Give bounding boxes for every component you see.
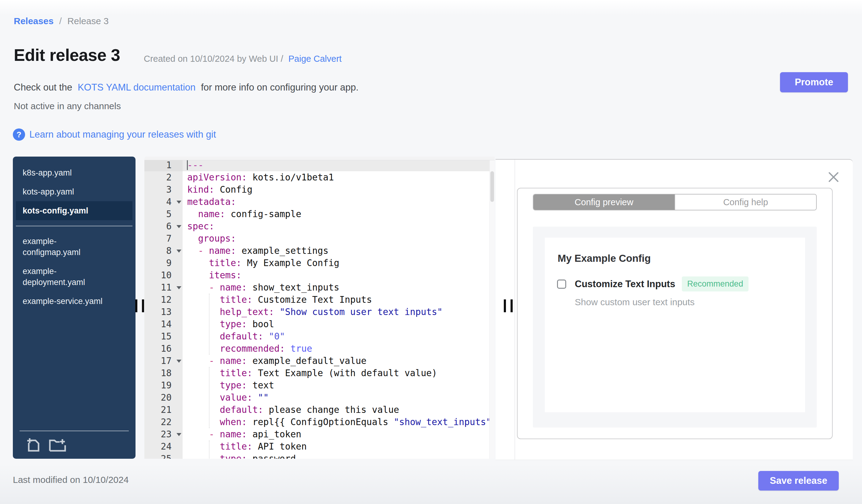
breadcrumb-current: Release 3: [67, 16, 108, 26]
editor-line[interactable]: type: password: [183, 453, 489, 459]
created-text: Created on 10/10/2024 by Web UI /: [144, 54, 283, 64]
code-token-plain: repl{{ ConfigOptionEquals: [247, 417, 394, 427]
code-token-plain: [187, 282, 209, 293]
editor-line[interactable]: title: Text Example (with default value): [183, 367, 489, 379]
editor-line[interactable]: spec:: [183, 220, 489, 233]
sidebar-file-k8s-app.yaml[interactable]: k8s-app.yaml: [16, 163, 132, 182]
line-number: 5: [144, 208, 183, 220]
editor-line[interactable]: metadata:: [183, 196, 489, 208]
editor-line[interactable]: when: repl{{ ConfigOptionEquals "show_te…: [183, 416, 489, 428]
editor-line[interactable]: value: "": [183, 392, 489, 404]
editor-line[interactable]: apiVersion: kots.io/v1beta1: [183, 171, 489, 184]
editor-vertical-scrollbar[interactable]: [489, 157, 495, 459]
code-token-plain: [252, 393, 258, 403]
editor-line[interactable]: kind: Config: [183, 184, 489, 196]
code-token-plain: example_default_value: [247, 356, 366, 366]
sidebar-resize-handle[interactable]: [135, 300, 145, 313]
config-item-help-text: Show custom user text inputs: [575, 297, 805, 307]
config-group-title: My Example Config: [545, 238, 805, 264]
git-help-row: ? Learn about managing your releases wit…: [13, 129, 216, 141]
tab-config-help[interactable]: Config help: [675, 195, 816, 210]
code-token-key: default:: [220, 404, 263, 415]
author-link[interactable]: Paige Calvert: [288, 54, 342, 64]
code-rows: ---apiVersion: kots.io/v1beta1kind: Conf…: [183, 159, 489, 459]
fold-arrow-icon[interactable]: [177, 433, 181, 436]
git-releases-link[interactable]: Learn about managing your releases with …: [29, 129, 216, 140]
editor-top-scrollbar[interactable]: [144, 157, 495, 160]
recommended-badge: Recommended: [682, 277, 748, 291]
scrollbar-thumb[interactable]: [490, 171, 494, 202]
code-token-plain: [187, 429, 209, 439]
fold-arrow-icon[interactable]: [177, 225, 181, 228]
editor-line[interactable]: groups:: [183, 233, 489, 245]
code-token-key: title:: [220, 441, 253, 452]
promote-button[interactable]: Promote: [780, 72, 848, 92]
code-token-plain: Customize Text Inputs: [252, 294, 372, 305]
editor-line[interactable]: type: bool: [183, 318, 489, 330]
code-token-plain: Text Example (with default value): [252, 368, 437, 378]
breadcrumb-releases-link[interactable]: Releases: [14, 16, 53, 26]
editor-line[interactable]: recommended: true: [183, 343, 489, 355]
code-token-plain: kots.io/v1beta1: [247, 172, 334, 183]
editor-line[interactable]: - name: example_default_value: [183, 355, 489, 367]
code-token-key: when:: [220, 417, 247, 427]
editor-line[interactable]: - name: show_text_inputs: [183, 281, 489, 294]
editor-line[interactable]: items:: [183, 269, 489, 281]
fold-arrow-icon[interactable]: [177, 360, 181, 363]
line-number: 19: [144, 379, 183, 392]
code-token-key: name:: [220, 356, 247, 366]
line-number: 11: [144, 281, 183, 294]
yaml-code-editor[interactable]: 1234567891011121314151617181920212223242…: [144, 157, 495, 459]
code-token-plain: [274, 307, 279, 317]
editor-line[interactable]: name: config-sample: [183, 208, 489, 220]
docs-info-prefix: Check out the: [14, 82, 72, 93]
tab-config-preview[interactable]: Config preview: [534, 195, 675, 210]
editor-line[interactable]: - name: api_token: [183, 428, 489, 440]
last-modified-text: Last modified on 10/10/2024: [13, 475, 129, 485]
line-number: 4: [144, 196, 183, 208]
code-token-plain: show_text_inputs: [247, 282, 339, 293]
fold-arrow-icon[interactable]: [177, 286, 181, 289]
line-number: 12: [144, 294, 183, 306]
code-token-str: "show_text_inputs": [394, 417, 489, 427]
created-info: Created on 10/10/2024 by Web UI / Paige …: [144, 54, 342, 64]
code-token-key: title:: [220, 368, 253, 378]
editor-line[interactable]: help_text: "Show custom user text inputs…: [183, 306, 489, 318]
code-token-plain: [187, 343, 220, 354]
fold-arrow-icon[interactable]: [177, 201, 181, 204]
new-file-icon[interactable]: [26, 437, 40, 452]
editor-line[interactable]: ---: [183, 159, 489, 171]
editor-line[interactable]: title: API token: [183, 440, 489, 453]
sidebar-file-example-service.yaml[interactable]: example-service.yaml: [16, 292, 132, 311]
close-icon[interactable]: [826, 170, 840, 184]
code-token-key: name:: [198, 209, 225, 219]
editor-line[interactable]: default: "0": [183, 330, 489, 343]
new-folder-icon[interactable]: [49, 437, 66, 452]
customize-text-inputs-checkbox[interactable]: [557, 279, 566, 289]
config-item-label: Customize Text Inputs: [575, 279, 675, 290]
editor-line[interactable]: title: Customize Text Inputs: [183, 294, 489, 306]
config-tabbar: Config preview Config help: [533, 194, 817, 210]
code-token-plain: config-sample: [225, 209, 301, 219]
fold-arrow-icon[interactable]: [177, 250, 181, 253]
code-token-key: name:: [220, 429, 247, 439]
sidebar-file-kots-app.yaml[interactable]: kots-app.yaml: [16, 182, 132, 201]
sidebar-file-example-configmap.yaml[interactable]: example-configmap.yaml: [16, 232, 132, 262]
code-token-bool: true: [290, 343, 312, 354]
editor-line[interactable]: default: please change this value: [183, 404, 489, 416]
editor-line[interactable]: title: My Example Config: [183, 257, 489, 269]
code-token-key: type:: [220, 453, 247, 459]
code-token-key: title:: [220, 294, 253, 305]
save-release-button[interactable]: Save release: [758, 471, 839, 491]
code-token-plain: [187, 356, 209, 366]
preview-resize-handle[interactable]: [504, 300, 513, 313]
file-sidebar: k8s-app.yamlkots-app.yamlkots-config.yam…: [13, 157, 135, 459]
kots-docs-link[interactable]: KOTS YAML documentation: [78, 82, 195, 93]
code-token-plain: [187, 258, 209, 268]
editor-line[interactable]: - name: example_settings: [183, 245, 489, 257]
editor-line[interactable]: type: text: [183, 379, 489, 392]
sidebar-file-example-deployment.yaml[interactable]: example-deployment.yaml: [16, 262, 132, 292]
code-token-key: default:: [220, 331, 263, 342]
sidebar-file-kots-config.yaml[interactable]: kots-config.yaml: [16, 201, 132, 220]
code-token-key: name:: [220, 282, 247, 293]
